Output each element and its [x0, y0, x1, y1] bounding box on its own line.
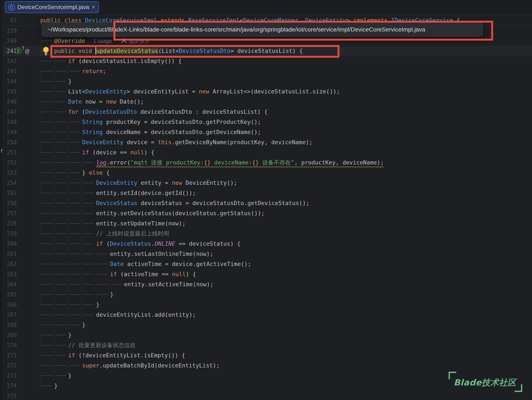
line-number: 262: [3, 259, 17, 269]
indent-tab: [54, 300, 68, 310]
code-token: entity.setActiveTime(now);: [124, 281, 214, 288]
indent-tab: [82, 289, 96, 300]
code-token: deviceName = deviceStatusDto.getDeviceNa…: [103, 129, 261, 135]
indent-tab: [68, 360, 82, 371]
code-line-content: Date now = new Date();: [37, 97, 144, 107]
indent-tab: [40, 76, 54, 86]
code-token: entity.setDeviceStatus(deviceStatus.getS…: [96, 210, 265, 216]
gutter: 273: [3, 371, 37, 381]
indent-tab: [82, 178, 96, 188]
indent-tab: [68, 320, 82, 330]
code-token: .updateBatchById(deviceEntityList);: [99, 362, 220, 369]
indent-tab: [54, 147, 68, 158]
line-number: 257: [3, 208, 17, 218]
gutter: 241I↑@: [3, 46, 37, 56]
code-token: device =: [123, 139, 158, 145]
line-number: 250: [3, 137, 17, 147]
gutter: 264: [3, 279, 37, 289]
line-number: 272: [3, 360, 17, 371]
indent-tab: [68, 218, 82, 228]
code-token: Date: [110, 261, 124, 267]
gutter: 252: [3, 158, 37, 168]
code-token: }: [68, 332, 71, 338]
code-line-content: DeviceEntity entity = new DeviceEntity()…: [37, 178, 237, 188]
indent-tab: [40, 350, 54, 360]
watermark-text: Blade技术社区: [454, 377, 516, 388]
code-line-content: }: [37, 330, 71, 340]
code-line-244: 244}: [3, 76, 532, 86]
watermark: Blade技术社区: [449, 370, 519, 394]
code-token: }: [68, 372, 71, 379]
indent-tab: [40, 198, 54, 208]
code-line-262: 262Date activeTime = device.getActiveTim…: [3, 259, 532, 269]
indent-tab: [40, 178, 54, 188]
indent-tab: [68, 147, 82, 158]
line-number: 243: [3, 66, 17, 76]
intention-lightbulb-icon[interactable]: [42, 47, 50, 56]
indent-tab: [68, 168, 82, 178]
code-line-270: 270// 批量更新设备状态信息: [3, 340, 532, 350]
code-line-content: }: [37, 289, 114, 300]
gutter: 247: [3, 107, 37, 117]
gutter: 261: [3, 249, 37, 259]
gutter: 255: [3, 188, 37, 198]
code-token: log: [96, 159, 107, 166]
code-line-269: 269}: [3, 330, 532, 340]
code-line-content: String deviceName = deviceStatusDto.getD…: [37, 127, 261, 137]
code-token: (device ==: [89, 149, 130, 156]
code-line-content: entity.setUpdateTime(now);: [37, 218, 186, 228]
code-line-249: 249String deviceName = deviceStatusDto.g…: [3, 127, 532, 137]
indent-tab: [54, 158, 68, 168]
code-line-254: 254DeviceEntity entity = new DeviceEntit…: [3, 178, 532, 188]
indent-tab: [68, 279, 82, 289]
code-token: DeviceEntity: [96, 179, 137, 186]
indent-tab: [54, 208, 68, 218]
code-line-253: 253} else {: [3, 168, 532, 178]
code-token: {}: [204, 159, 211, 166]
code-line-263: 263if (activeTime == null) {: [3, 269, 532, 279]
indent-tab: [82, 300, 96, 310]
indent-tab: [40, 320, 54, 330]
indent-tab: [82, 218, 96, 228]
overrides-method-icon[interactable]: I: [15, 48, 21, 54]
code-token: {}: [252, 159, 259, 166]
code-token: 设备不存在": [259, 159, 294, 166]
indent-tab: [54, 97, 68, 107]
code-line-267: 267deviceEntityList.add(entity);: [3, 310, 532, 320]
indent-tab: [110, 279, 124, 289]
code-line-content: DeviceStatus deviceStatus = deviceStatus…: [37, 198, 309, 208]
code-token: if: [68, 352, 75, 359]
code-token: ) {: [144, 149, 154, 156]
indent-tab: [54, 249, 68, 259]
indent-tab: [54, 117, 68, 127]
indent-tab: [40, 218, 54, 228]
indent-tab: [54, 320, 68, 330]
gutter: 251: [3, 147, 37, 158]
gutter: 269: [3, 330, 37, 340]
gutter: 253: [3, 168, 37, 178]
code-token: deviceEntityList.add(entity);: [96, 311, 196, 318]
code-vision-hint: 1 usage: [93, 38, 112, 44]
code-token: .error(: [107, 159, 131, 166]
line-number: 239: [3, 25, 17, 36]
code-token: DeviceStatusDto: [85, 108, 137, 115]
line-number: 256: [3, 198, 17, 208]
annotation-gutter-icon[interactable]: @: [25, 46, 29, 56]
indent-tab: [68, 249, 82, 259]
line-number: 273: [3, 371, 17, 381]
line-number: 249: [3, 127, 17, 137]
close-icon[interactable]: ×: [92, 4, 95, 10]
indent-tab: [40, 66, 54, 76]
code-token: entity.setUpdateTime(now);: [96, 220, 186, 227]
indent-tab: [68, 208, 82, 218]
code-token: deviceStatusDto : deviceStatusList) {: [137, 108, 268, 115]
code-token: new: [172, 179, 182, 186]
code-editor[interactable]: 67 public class DeviceCoreServiceImpl ex…: [3, 15, 532, 400]
gutter: 245: [3, 86, 37, 97]
tab-devicecoreserviceimpl[interactable]: C DeviceCoreServiceImpl.java ×: [5, 1, 99, 13]
indent-tab: [40, 228, 54, 239]
indent-tab: [54, 198, 68, 208]
gutter: 239: [3, 25, 37, 36]
code-line-content: if (DeviceStatus.ONLINE == deviceStatus)…: [37, 239, 241, 249]
code-line-content: if (!deviceEntityList.isEmpty()) {: [37, 350, 185, 360]
